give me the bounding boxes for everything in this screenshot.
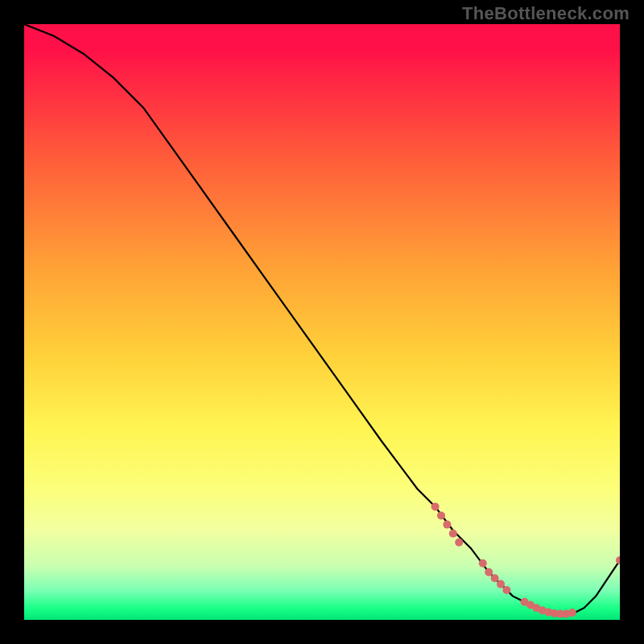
- bottleneck-curve: [24, 24, 620, 614]
- data-point: [497, 580, 505, 588]
- data-point: [568, 609, 576, 617]
- data-point: [455, 539, 463, 547]
- chart-canvas: TheBottleneck.com: [0, 0, 644, 644]
- plot-area: [24, 24, 620, 620]
- data-point: [443, 521, 451, 529]
- data-point: [437, 512, 445, 520]
- data-point: [502, 586, 510, 594]
- watermark-text: TheBottleneck.com: [462, 3, 630, 24]
- data-point: [449, 530, 457, 538]
- curve-layer: [24, 24, 620, 620]
- data-point: [431, 502, 440, 510]
- data-point: [491, 574, 499, 582]
- data-point: [485, 568, 493, 576]
- data-point: [616, 556, 620, 564]
- data-point: [479, 559, 487, 568]
